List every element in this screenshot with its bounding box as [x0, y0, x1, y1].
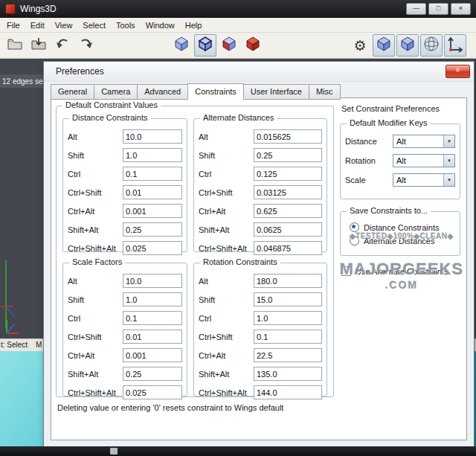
vertex-mode-button[interactable] — [170, 34, 193, 57]
face-mode-button[interactable] — [218, 34, 240, 57]
constraint-input[interactable] — [123, 241, 182, 255]
show-axes-button[interactable] — [444, 34, 466, 57]
constraint-input[interactable] — [254, 330, 322, 344]
constraint-input[interactable] — [254, 167, 322, 181]
radio-option-distance[interactable]: Distance Constraints — [350, 222, 455, 232]
preferences-button[interactable]: ⚙ — [349, 34, 371, 57]
distance-constraints-group: Distance Constraints Alt Shift Ctrl Ctrl… — [62, 118, 187, 252]
modifier-label: Distance — [345, 137, 393, 146]
menu-window[interactable]: Window — [141, 19, 180, 31]
minimize-button[interactable]: — — [406, 3, 426, 15]
group-title: Rotation Constraints — [200, 257, 280, 266]
constraint-input[interactable] — [254, 348, 322, 362]
constraint-row: Ctrl+Shift+Alt — [68, 385, 182, 399]
constraint-input[interactable] — [123, 367, 182, 381]
constraint-input[interactable] — [254, 148, 322, 162]
reset-hint-text: Deleting value or entering '0' resets co… — [57, 403, 283, 412]
menu-tools[interactable]: Tools — [111, 19, 141, 31]
redo-button[interactable] — [75, 34, 97, 57]
constraint-input[interactable] — [254, 385, 322, 399]
save-button[interactable] — [28, 34, 50, 57]
body-mode-button[interactable] — [242, 34, 264, 57]
constraint-input[interactable] — [123, 148, 182, 162]
constraint-label: Alt — [199, 132, 254, 141]
rotation-modifier-select[interactable]: Alt ▼ — [393, 154, 455, 167]
constraint-input[interactable] — [254, 222, 322, 237]
constraint-input[interactable] — [123, 348, 182, 362]
tab-general[interactable]: General — [51, 84, 94, 100]
save-constraints-group: Save Constraints to... Distance Constrai… — [340, 211, 460, 256]
constraint-input[interactable] — [254, 367, 322, 381]
orthographic-view-button[interactable] — [396, 34, 419, 57]
wireframe-sphere-icon — [422, 35, 440, 56]
window-title: Wings3D — [20, 4, 57, 14]
viewport-info-bar: 12 edges sel — [0, 74, 45, 88]
tab-constraints[interactable]: Constraints — [187, 83, 244, 99]
tab-camera[interactable]: Camera — [94, 84, 138, 100]
window-controls: — □ × — [406, 3, 473, 15]
constraint-input[interactable] — [254, 204, 322, 218]
constraint-row: Ctrl — [199, 167, 322, 181]
taskbar-app-icon[interactable] — [110, 448, 118, 455]
group-title: Save Constraints to... — [347, 206, 431, 215]
menubar: File Edit View Select Tools Window Help — [0, 18, 476, 33]
constraint-input[interactable] — [254, 129, 322, 144]
constraint-row: Ctrl+Alt — [68, 204, 182, 218]
chevron-down-icon[interactable]: ▼ — [443, 135, 454, 147]
radio-icon[interactable] — [350, 222, 359, 232]
dialog-close-button[interactable]: × — [446, 65, 470, 78]
constraint-input[interactable] — [254, 185, 322, 199]
constraint-input[interactable] — [123, 311, 182, 325]
scale-modifier-select[interactable]: Alt ▼ — [393, 173, 455, 187]
constraint-input[interactable] — [123, 292, 182, 306]
tab-misc[interactable]: Misc — [309, 84, 341, 100]
constraint-input[interactable] — [123, 167, 182, 181]
constraint-input[interactable] — [254, 241, 322, 255]
constraint-input[interactable] — [123, 185, 182, 199]
menu-view[interactable]: View — [50, 19, 78, 31]
distance-modifier-select[interactable]: Alt ▼ — [393, 135, 455, 148]
alternate-distances-group: Alternate Distances Alt Shift Ctrl Ctrl+… — [193, 118, 327, 252]
screen: Wings3D — □ × File Edit View Select Tool… — [0, 0, 476, 456]
maximize-button[interactable]: □ — [428, 3, 448, 15]
tab-advanced[interactable]: Advanced — [137, 84, 188, 100]
toolbar-selection-modes — [170, 34, 265, 57]
edge-mode-button[interactable] — [194, 34, 216, 57]
constraint-row: Alt — [199, 129, 322, 144]
radio-option-alternate[interactable]: Alternate Distances — [350, 236, 455, 245]
constraint-input[interactable] — [123, 129, 182, 144]
constraint-input[interactable] — [123, 274, 182, 288]
radio-icon[interactable] — [350, 236, 359, 245]
checkbox-icon[interactable] — [341, 266, 351, 276]
smooth-preview-button[interactable] — [420, 34, 443, 57]
menu-help[interactable]: Help — [180, 19, 208, 31]
wings3d-app-icon — [5, 4, 16, 14]
close-button[interactable]: × — [451, 3, 471, 15]
constraint-input[interactable] — [254, 274, 322, 288]
constraint-input[interactable] — [254, 292, 322, 306]
chevron-down-icon[interactable]: ▼ — [443, 174, 454, 186]
dialog-titlebar[interactable]: Preferences × — [44, 62, 474, 82]
window-titlebar[interactable]: Wings3D — □ × — [0, 0, 476, 18]
constraint-label: Shift+Alt — [68, 225, 123, 234]
constraint-input[interactable] — [254, 311, 322, 325]
constraint-input[interactable] — [123, 222, 182, 237]
dialog-title: Preferences — [44, 66, 104, 77]
constraint-input[interactable] — [123, 204, 182, 218]
tab-user-interface[interactable]: User Interface — [243, 84, 309, 100]
menu-edit[interactable]: Edit — [25, 19, 50, 31]
workmode-button[interactable] — [373, 34, 395, 57]
menu-file[interactable]: File — [1, 19, 25, 31]
menu-select[interactable]: Select — [77, 19, 111, 31]
constraint-input[interactable] — [123, 330, 182, 344]
constraint-row: Ctrl — [68, 311, 182, 325]
constraint-input[interactable] — [123, 385, 182, 399]
group-title: Scale Factors — [69, 257, 125, 266]
windows-taskbar[interactable] — [0, 446, 476, 456]
constraint-row: Shift — [68, 292, 182, 306]
undo-button[interactable] — [51, 34, 74, 57]
constraint-row: Shift — [199, 148, 322, 162]
chevron-down-icon[interactable]: ▼ — [443, 155, 454, 167]
open-button[interactable] — [4, 34, 26, 57]
use-alternate-constraints-option[interactable]: Use Alternate Constraints — [341, 266, 460, 276]
